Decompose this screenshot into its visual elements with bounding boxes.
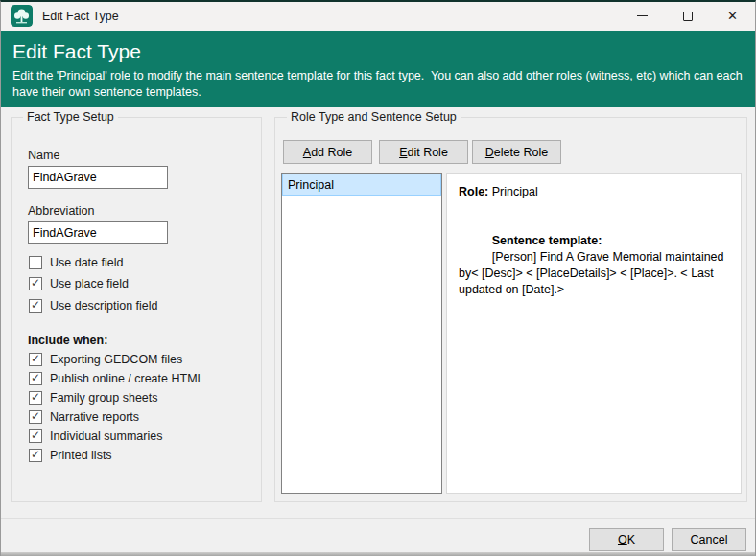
checkbox-checked-icon: ✓	[29, 372, 42, 385]
window-controls: ✕	[620, 2, 755, 30]
checkbox-icon: ✓	[29, 256, 42, 269]
dialog-footer: OK Cancel	[1, 518, 755, 552]
maximize-button[interactable]	[665, 2, 710, 30]
checkbox-checked-icon: ✓	[29, 277, 42, 290]
include-family-group-sheets-checkbox[interactable]: ✓ Family group sheets	[29, 391, 158, 405]
rootsmagic-tree-icon	[11, 5, 33, 27]
checkbox-checked-icon: ✓	[29, 410, 42, 424]
minimize-button[interactable]	[620, 2, 665, 30]
maximize-icon	[683, 12, 693, 21]
delete-role-button[interactable]: Delete Role	[472, 140, 561, 164]
dialog-header: Edit Fact Type Edit the 'Principal' role…	[1, 31, 755, 107]
title-bar[interactable]: Edit Fact Type ✕	[1, 2, 755, 31]
include-gedcom-checkbox[interactable]: ✓ Exporting GEDCOM files	[29, 353, 182, 366]
fact-type-setup-group: Fact Type Setup Name Abbreviation ✓ Use …	[11, 117, 262, 502]
checkbox-checked-icon: ✓	[29, 353, 42, 366]
role-list-item-principal[interactable]: Principal	[282, 174, 441, 196]
include-when-label: Include when:	[28, 334, 107, 347]
edit-fact-type-dialog: Edit Fact Type ✕ Edit Fact Type Edit the…	[0, 0, 756, 556]
checkbox-checked-icon: ✓	[29, 299, 42, 313]
window-bottom-shadow	[1, 552, 755, 556]
dialog-body: Fact Type Setup Name Abbreviation ✓ Use …	[1, 107, 755, 518]
checkbox-checked-icon: ✓	[29, 391, 42, 405]
page-title: Edit Fact Type	[12, 38, 744, 65]
window-title: Edit Fact Type	[42, 10, 119, 23]
cancel-button[interactable]: Cancel	[672, 528, 746, 551]
role-setup-group: Role Type and Sentence Setup Add Role Ed…	[274, 117, 747, 502]
include-printed-lists-checkbox[interactable]: ✓ Printed lists	[29, 449, 112, 462]
include-publish-online-checkbox[interactable]: ✓ Publish online / create HTML	[29, 372, 204, 385]
ok-button[interactable]: OK	[589, 528, 664, 551]
use-date-field-checkbox[interactable]: ✓ Use date field	[29, 256, 123, 269]
abbreviation-field[interactable]	[28, 221, 168, 244]
use-place-field-checkbox[interactable]: ✓ Use place field	[29, 277, 129, 290]
checkbox-checked-icon: ✓	[29, 449, 42, 462]
role-listbox[interactable]: Principal	[281, 173, 442, 494]
name-field[interactable]	[28, 166, 168, 189]
checkbox-checked-icon: ✓	[29, 429, 42, 443]
sentence-template-block: Sentence template: [Person] Find A Grave…	[459, 217, 729, 314]
minimize-icon	[637, 15, 648, 16]
header-description: Edit the 'Principal' role to modify the …	[12, 68, 744, 101]
use-description-field-checkbox[interactable]: ✓ Use description field	[29, 299, 158, 313]
role-label: Role:	[459, 185, 488, 198]
edit-role-button[interactable]: Edit Role	[379, 140, 468, 164]
add-role-button[interactable]: Add Role	[283, 140, 372, 164]
role-line: Role: Principal	[459, 184, 729, 200]
sentence-template-value: [Person] Find A Grave Memorial maintaine…	[459, 250, 727, 296]
role-setup-legend: Role Type and Sentence Setup	[287, 110, 461, 124]
include-narrative-reports-checkbox[interactable]: ✓ Narrative reports	[29, 410, 139, 424]
close-button[interactable]: ✕	[710, 2, 755, 30]
name-label: Name	[28, 149, 59, 162]
include-individual-summaries-checkbox[interactable]: ✓ Individual summaries	[29, 429, 162, 443]
role-value: Principal	[492, 185, 538, 198]
close-icon: ✕	[727, 10, 738, 22]
role-detail-panel: Role: Principal Sentence template: [Pers…	[446, 173, 742, 494]
fact-type-setup-legend: Fact Type Setup	[23, 110, 118, 124]
abbreviation-label: Abbreviation	[28, 204, 95, 218]
sentence-template-label: Sentence template:	[492, 234, 602, 247]
